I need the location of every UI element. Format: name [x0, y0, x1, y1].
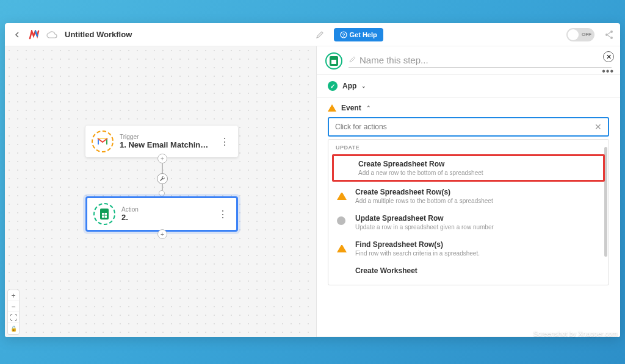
zoom-in-button[interactable]: + [8, 290, 19, 301]
action-option[interactable]: Find Spreadsheet Row(s) Find row with se… [328, 235, 609, 262]
clear-search-button[interactable]: ✕ [594, 122, 602, 132]
wrench-icon[interactable] [157, 173, 168, 184]
option-desc: Update a row in a spreadsheet given a ro… [355, 224, 601, 230]
event-body: ✕ UPDATE Create Spreadsheet Row Add a ne… [328, 112, 609, 285]
warning-icon [337, 190, 347, 200]
app-section-toggle[interactable]: ✓ App ⌄ [328, 81, 609, 91]
svg-point-3 [605, 34, 608, 36]
action-search-box[interactable]: ✕ [328, 117, 609, 137]
node-menu-button[interactable]: ⋮ [215, 209, 230, 220]
action-option[interactable]: Create Worksheet [328, 262, 609, 280]
svg-rect-10 [331, 60, 336, 64]
lock-button[interactable]: 🔒 [8, 323, 19, 334]
step-icon-sheets [325, 52, 342, 70]
watermark: Screenshot by Xnapper.com [533, 330, 618, 337]
panel-header: Name this step... [317, 46, 620, 75]
action-option[interactable]: Create Spreadsheet Row(s) Add a multiple… [328, 183, 609, 209]
step-name-input[interactable]: Name this step... [349, 55, 612, 68]
option-title: Create Worksheet [355, 266, 601, 275]
node-type-label: Action [121, 206, 209, 213]
action-option[interactable]: Create Spreadsheet Row Add a new row to … [332, 154, 605, 182]
chevron-down-icon: ⌄ [361, 83, 366, 89]
fit-button[interactable]: ⛶ [8, 312, 19, 323]
toggle-label: OFF [582, 32, 591, 37]
warning-icon [328, 104, 336, 112]
action-option[interactable]: Update Spreadsheet Row Update a row in a… [328, 209, 609, 235]
connector-dot [159, 190, 165, 196]
action-node[interactable]: Action 2. ⋮ [85, 196, 238, 232]
config-panel: ✕ ••• Name this step... ✓ App ⌄ [316, 46, 620, 337]
node-body: Trigger 1. New Email Matching a ... [120, 134, 211, 149]
workflow-title[interactable]: Untitled Workflow [65, 30, 132, 39]
close-panel-button[interactable]: ✕ [603, 51, 614, 62]
main-area: Trigger 1. New Email Matching a ... ⋮ + … [5, 46, 620, 337]
add-step-button[interactable]: + [157, 154, 167, 163]
group-label: UPDATE [328, 140, 609, 153]
app-window: Untitled Workflow ? Get Help OFF Trigger… [5, 23, 620, 337]
app-logo [28, 28, 42, 41]
share-icon[interactable] [604, 30, 614, 40]
zoom-out-button[interactable]: − [8, 301, 19, 312]
enable-toggle[interactable]: OFF [566, 28, 594, 41]
node-type-label: Trigger [120, 134, 211, 140]
option-desc: Add a new row to the bottom of a spreads… [358, 170, 597, 176]
svg-point-2 [610, 30, 613, 33]
option-title: Create Spreadsheet Row [358, 160, 597, 168]
action-dropdown: UPDATE Create Spreadsheet Row Add a new … [328, 139, 609, 285]
help-icon: ? [340, 31, 347, 38]
add-step-button[interactable]: + [157, 229, 167, 239]
node-title: 2. [121, 213, 209, 222]
node-menu-button[interactable]: ⋮ [217, 136, 232, 148]
event-section-toggle[interactable]: Event ⌃ [328, 104, 609, 112]
svg-text:?: ? [342, 32, 345, 38]
help-button[interactable]: ? Get Help [334, 28, 383, 41]
gmail-icon [92, 130, 114, 152]
action-search-input[interactable] [335, 123, 594, 131]
option-title: Update Spreadsheet Row [355, 214, 601, 223]
event-section: Event ⌃ ✕ UPDATE Create Spreadsheet Row … [317, 98, 620, 337]
zoom-controls: + − ⛶ 🔒 [7, 290, 20, 335]
panel-more-button[interactable]: ••• [602, 66, 614, 77]
step-name-placeholder: Name this step... [359, 55, 428, 65]
chevron-left-icon [14, 32, 20, 38]
sheets-icon [93, 203, 115, 225]
dropdown-footer: Can't find the Google Sheets action you'… [328, 280, 609, 285]
cloud-icon [46, 31, 57, 38]
workflow-canvas[interactable]: Trigger 1. New Email Matching a ... ⋮ + … [5, 46, 316, 337]
app-section: ✓ App ⌄ [317, 75, 620, 98]
svg-point-4 [610, 37, 613, 39]
back-button[interactable] [11, 29, 23, 41]
app-section-label: App [342, 82, 356, 90]
pencil-icon [349, 56, 356, 63]
chevron-up-icon: ⌃ [366, 105, 371, 111]
option-title: Find Spreadsheet Row(s) [355, 240, 601, 249]
option-desc: Find row with search criteria in a sprea… [355, 250, 601, 257]
warning-icon [337, 243, 347, 252]
option-desc: Add a multiple rows to the bottom of a s… [355, 198, 601, 204]
topbar: Untitled Workflow ? Get Help OFF [5, 23, 620, 46]
circle-icon [337, 216, 345, 225]
event-section-label: Event [341, 104, 361, 112]
option-title: Create Spreadsheet Row(s) [355, 188, 601, 196]
trigger-node[interactable]: Trigger 1. New Email Matching a ... ⋮ [85, 126, 238, 157]
check-icon: ✓ [328, 81, 338, 91]
node-title: 1. New Email Matching a ... [120, 140, 211, 149]
edit-icon[interactable] [316, 30, 324, 39]
node-body: Action 2. [121, 206, 209, 222]
help-label: Get Help [350, 31, 377, 38]
